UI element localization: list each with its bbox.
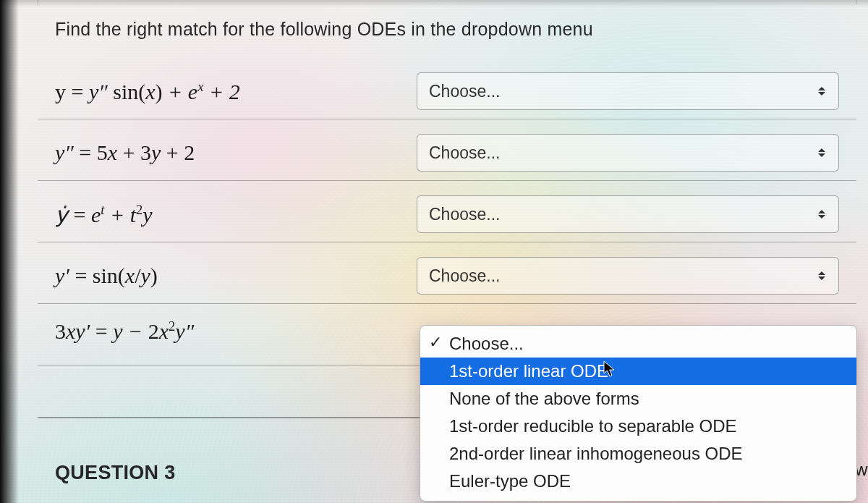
dropdown-3-label: Choose... (429, 205, 500, 224)
chevron-updown-icon (815, 146, 828, 159)
match-row-1: y = y″ sin(x) + ex + 2 Choose... (55, 72, 839, 110)
next-question-heading: QUESTION 3 (55, 462, 176, 484)
equation-4: y′ = sin(x/y) (55, 263, 417, 288)
equation-1: y = y″ sin(x) + ex + 2 (55, 79, 417, 104)
dropdown-option-2nd-linear-inhom[interactable]: 2nd-order linear inhomogeneous ODE (420, 440, 856, 468)
equation-5: 3xy′ = y − 2x2y″ (55, 318, 417, 344)
dropdown-2[interactable]: Choose... (417, 134, 839, 172)
question-prompt: Find the right match for the following O… (55, 19, 593, 40)
dropdown-option-euler[interactable]: Euler-type ODE (420, 468, 856, 495)
chevron-updown-icon (815, 85, 828, 98)
dropdown-1-label: Choose... (429, 82, 500, 101)
chevron-updown-icon (815, 208, 828, 221)
dropdown-2-label: Choose... (429, 143, 500, 163)
equation-3: ẏ = et + t2y (55, 202, 417, 227)
equation-2: y″ = 5x + 3y + 2 (55, 140, 417, 165)
row-divider (38, 180, 856, 181)
row-divider (38, 303, 856, 304)
match-row-3: ẏ = et + t2y Choose... (55, 195, 839, 233)
dropdown-4[interactable]: Choose... (417, 257, 839, 295)
dropdown-option-1st-linear[interactable]: 1st-order linear ODE (420, 358, 856, 385)
dropdown-option-none[interactable]: None of the above forms (420, 385, 856, 413)
row-divider (38, 242, 856, 242)
match-row-4: y′ = sin(x/y) Choose... (55, 257, 839, 295)
dropdown-option-1st-reducible[interactable]: 1st-order reducible to separable ODE (420, 413, 856, 440)
dropdown-4-label: Choose... (429, 266, 500, 286)
row-divider (38, 119, 856, 119)
chevron-updown-icon (815, 269, 828, 282)
card-top-border (38, 0, 856, 4)
dropdown-5-popup[interactable]: Choose... 1st-order linear ODE None of t… (420, 325, 857, 502)
dropdown-3[interactable]: Choose... (417, 195, 839, 233)
dropdown-1[interactable]: Choose... (417, 72, 839, 110)
match-row-2: y″ = 5x + 3y + 2 Choose... (55, 134, 839, 172)
dropdown-option-choose[interactable]: Choose... (420, 330, 856, 358)
